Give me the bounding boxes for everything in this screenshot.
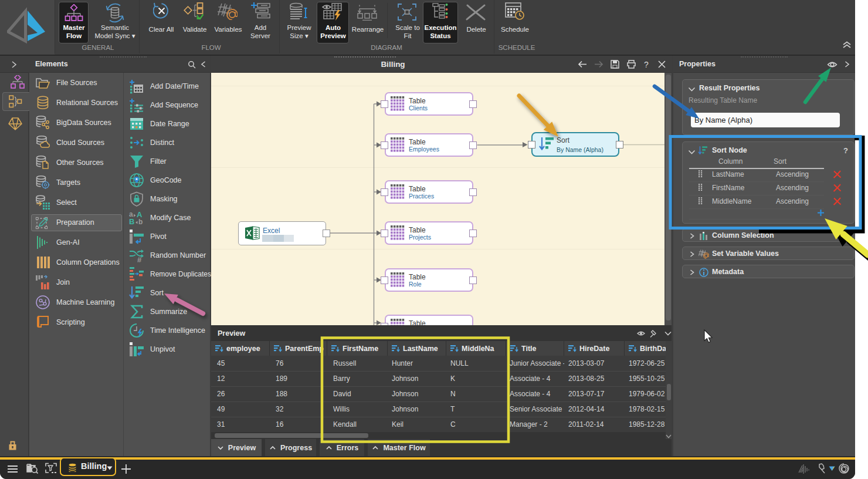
svg-text:b: b — [138, 218, 143, 225]
svg-text:B: B — [129, 217, 134, 225]
svg-text:#: # — [137, 255, 142, 263]
svg-text:?: ? — [644, 60, 649, 69]
